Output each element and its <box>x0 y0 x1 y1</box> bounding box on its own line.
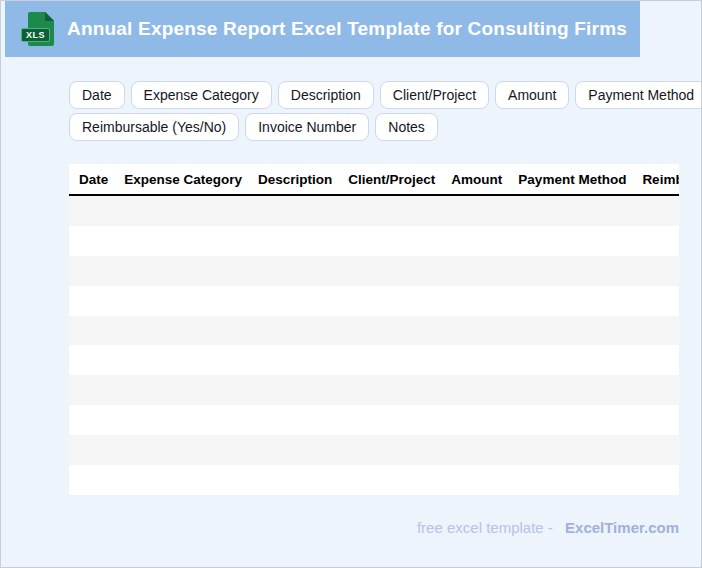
column-chip-description[interactable]: Description <box>278 81 374 109</box>
expense-table: DateExpense CategoryDescriptionClient/Pr… <box>69 164 679 495</box>
page-title: Annual Expense Report Excel Template for… <box>67 18 627 40</box>
table-header-client-project: Client/Project <box>340 172 443 187</box>
table-row <box>69 405 679 435</box>
footer-brand-link[interactable]: ExcelTimer.com <box>565 519 679 536</box>
xls-badge-label: XLS <box>21 28 50 42</box>
table-row <box>69 435 679 465</box>
table-header-reimbursable-yes-no: Reimbursable (Yes/No) <box>634 172 679 187</box>
column-chip-date[interactable]: Date <box>69 81 125 109</box>
column-chip-notes[interactable]: Notes <box>375 113 438 141</box>
column-chip-amount[interactable]: Amount <box>495 81 569 109</box>
table-row <box>69 345 679 375</box>
table-row <box>69 286 679 316</box>
footer: free excel template - ExcelTimer.com <box>69 519 679 537</box>
table-row <box>69 196 679 226</box>
table-header-expense-category: Expense Category <box>116 172 250 187</box>
footer-text: free excel template - <box>417 519 553 536</box>
xls-file-icon: XLS <box>22 11 54 47</box>
table-row <box>69 375 679 405</box>
table-row <box>69 256 679 286</box>
table-body <box>69 196 679 495</box>
header-bar: XLS Annual Expense Report Excel Template… <box>5 1 640 57</box>
table-header-amount: Amount <box>443 172 510 187</box>
table-row <box>69 316 679 346</box>
column-chips-row-1: DateExpense CategoryDescriptionClient/Pr… <box>69 81 702 109</box>
table-header-payment-method: Payment Method <box>510 172 634 187</box>
column-chip-reimbursable-yes-no[interactable]: Reimbursable (Yes/No) <box>69 113 239 141</box>
table-header-row: DateExpense CategoryDescriptionClient/Pr… <box>69 164 679 196</box>
column-chip-payment-method[interactable]: Payment Method <box>575 81 702 109</box>
table-row <box>69 465 679 495</box>
column-chip-expense-category[interactable]: Expense Category <box>131 81 272 109</box>
table-header-description: Description <box>250 172 340 187</box>
table-header-date: Date <box>69 172 116 187</box>
column-chips-row-2: Reimbursable (Yes/No)Invoice NumberNotes <box>69 113 438 141</box>
column-chip-client-project[interactable]: Client/Project <box>380 81 489 109</box>
table-row <box>69 226 679 256</box>
column-chip-invoice-number[interactable]: Invoice Number <box>245 113 369 141</box>
page: XLS Annual Expense Report Excel Template… <box>0 0 702 568</box>
